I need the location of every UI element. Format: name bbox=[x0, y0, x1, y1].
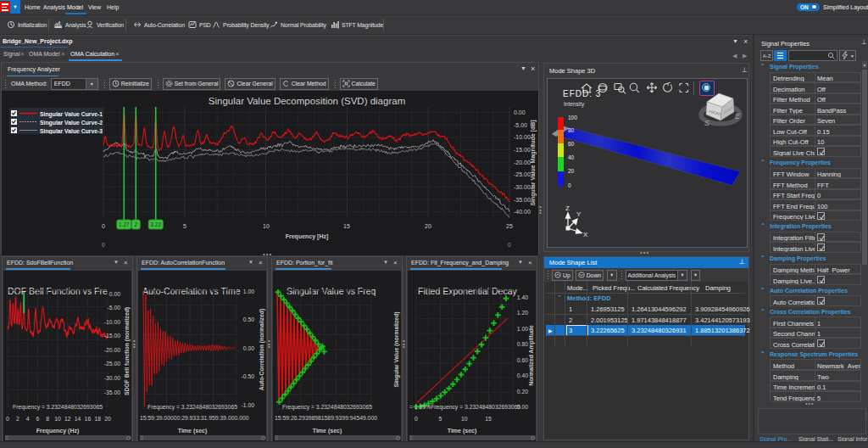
svg-text:-35.00: -35.00 bbox=[104, 389, 120, 395]
svg-text:Singular Value Curve-1: Singular Value Curve-1 bbox=[40, 111, 103, 118]
svg-text:-0.50: -0.50 bbox=[242, 373, 255, 379]
svg-text:15: 15 bbox=[343, 223, 350, 229]
svg-text:0.50: 0.50 bbox=[243, 316, 254, 322]
svg-text:X: X bbox=[583, 231, 588, 238]
svg-text:Z: Z bbox=[565, 204, 570, 212]
svg-text:4: 4 bbox=[26, 416, 30, 422]
svg-text:Frequency [Hz]: Frequency [Hz] bbox=[286, 233, 329, 240]
svg-text:Frequency (Hz): Frequency (Hz) bbox=[36, 428, 80, 434]
svg-text:0.20: 0.20 bbox=[517, 389, 528, 395]
svg-text:40: 40 bbox=[568, 154, 575, 160]
svg-text:Time (sec): Time (sec) bbox=[178, 428, 208, 434]
svg-text:E: E bbox=[735, 112, 741, 120]
svg-text:5: 5 bbox=[183, 223, 186, 229]
svg-text:Singular Value Curve-2: Singular Value Curve-2 bbox=[40, 120, 103, 126]
svg-text:15: 15 bbox=[485, 416, 492, 422]
svg-text:Y: Y bbox=[576, 210, 581, 218]
svg-text:6: 6 bbox=[36, 416, 40, 422]
svg-text:14: 14 bbox=[75, 416, 81, 422]
svg-text:10: 10 bbox=[54, 416, 61, 422]
svg-text:2: 2 bbox=[134, 221, 137, 227]
svg-text:0: 0 bbox=[508, 242, 511, 248]
svg-text:0.00: 0.00 bbox=[109, 291, 120, 297]
svg-text:-20.00: -20.00 bbox=[514, 160, 531, 165]
svg-text:-5.00: -5.00 bbox=[108, 305, 121, 311]
svg-text:Singular Value (normalized): Singular Value (normalized) bbox=[393, 311, 400, 387]
svg-text:0.00: 0.00 bbox=[517, 404, 528, 410]
svg-text:5: 5 bbox=[439, 416, 442, 422]
svg-text:20: 20 bbox=[104, 416, 111, 422]
svg-text:16: 16 bbox=[85, 416, 92, 422]
svg-text:Time (sec): Time (sec) bbox=[448, 428, 477, 434]
svg-text:1.27: 1.27 bbox=[119, 221, 130, 227]
svg-text:0.00: 0.00 bbox=[243, 345, 254, 351]
svg-text:Frequency = 3.2324848032693065: Frequency = 3.2324848032693065 bbox=[13, 404, 103, 411]
svg-text:0: 0 bbox=[415, 416, 418, 422]
svg-text:Singular Value Magnitude [dB]: Singular Value Magnitude [dB] bbox=[530, 120, 537, 205]
svg-text:-5.00: -5.00 bbox=[514, 122, 527, 128]
svg-text:100: 100 bbox=[568, 115, 577, 120]
svg-text:3.22: 3.22 bbox=[150, 221, 161, 227]
svg-text:S: S bbox=[704, 119, 709, 127]
svg-text:SDOF Bell function (normalized: SDOF Bell function (normalized) bbox=[124, 307, 131, 395]
svg-text:10: 10 bbox=[461, 416, 468, 422]
svg-text:-40.00: -40.00 bbox=[514, 209, 531, 215]
svg-text:-35.00: -35.00 bbox=[514, 197, 531, 203]
svg-text:8: 8 bbox=[46, 416, 49, 422]
svg-text:18: 18 bbox=[94, 416, 101, 422]
svg-text:Auto-Correlation vs Time: Auto-Correlation vs Time bbox=[142, 286, 241, 296]
svg-text:0: 0 bbox=[568, 182, 571, 188]
svg-text:1.40: 1.40 bbox=[517, 294, 528, 300]
svg-text:20: 20 bbox=[425, 223, 431, 229]
svg-text:1.00: 1.00 bbox=[517, 326, 528, 332]
svg-text:Singular Value Decomposition (: Singular Value Decomposition (SVD) diagr… bbox=[209, 96, 405, 106]
svg-text:0: 0 bbox=[102, 242, 105, 248]
svg-text:Frequency = 3.2324848032693065: Frequency = 3.2324848032693065 bbox=[147, 404, 237, 411]
svg-text:25: 25 bbox=[506, 223, 513, 229]
svg-text:15:59:26.29398981589:9399:9454: 15:59:26.29398981589:9399:94549.000 bbox=[275, 415, 377, 421]
svg-text:20: 20 bbox=[568, 168, 575, 174]
svg-text:15:59:39.00000:29.933:31.959:3: 15:59:39.00000:29.933:31.959:39.000.000 bbox=[140, 415, 249, 421]
svg-text:-15.00: -15.00 bbox=[514, 147, 531, 153]
svg-text:-10.00: -10.00 bbox=[104, 319, 120, 325]
svg-text:10: 10 bbox=[263, 223, 270, 229]
svg-text:0.80: 0.80 bbox=[517, 341, 528, 347]
svg-text:Frequency = 3.2324848032693065: Frequency = 3.2324848032693065 bbox=[282, 404, 372, 411]
svg-text:Auto-Correlation (normalized): Auto-Correlation (normalized) bbox=[259, 309, 265, 390]
svg-text:2: 2 bbox=[16, 416, 19, 422]
svg-text:-1.00: -1.00 bbox=[242, 402, 255, 408]
svg-text:0.60: 0.60 bbox=[517, 357, 528, 363]
svg-text:Singular Value Curve-3: Singular Value Curve-3 bbox=[40, 128, 103, 135]
svg-text:Fitted Exponential Decay: Fitted Exponential Decay bbox=[418, 286, 517, 296]
svg-text:0.40: 0.40 bbox=[517, 372, 528, 378]
svg-text:-25.00: -25.00 bbox=[514, 171, 531, 177]
svg-text:12: 12 bbox=[64, 416, 71, 422]
svg-text:Normalized Amplitude: Normalized Amplitude bbox=[528, 325, 535, 386]
svg-text:-10.00: -10.00 bbox=[514, 134, 531, 140]
svg-text:= 1.89%Frequency = 3.232484803: = 1.89%Frequency = 3.2324848032693065 bbox=[409, 404, 520, 411]
svg-text:Time (sec): Time (sec) bbox=[313, 428, 342, 434]
svg-text:1.00: 1.00 bbox=[243, 288, 254, 294]
svg-text:Singular Value vs Freq: Singular Value vs Freq bbox=[287, 286, 376, 296]
svg-text:60: 60 bbox=[568, 141, 575, 147]
svg-text:0.00: 0.00 bbox=[514, 109, 526, 115]
svg-text:-30.00: -30.00 bbox=[514, 184, 531, 190]
svg-text:1.20: 1.20 bbox=[517, 310, 528, 316]
svg-text:-30.00: -30.00 bbox=[104, 375, 120, 381]
svg-text:-25.00: -25.00 bbox=[104, 361, 120, 367]
svg-text:-15.00: -15.00 bbox=[104, 333, 120, 339]
svg-text:80: 80 bbox=[568, 127, 575, 133]
svg-text:-20.00: -20.00 bbox=[104, 347, 120, 353]
svg-text:0: 0 bbox=[102, 223, 105, 229]
svg-text:0: 0 bbox=[6, 416, 9, 422]
